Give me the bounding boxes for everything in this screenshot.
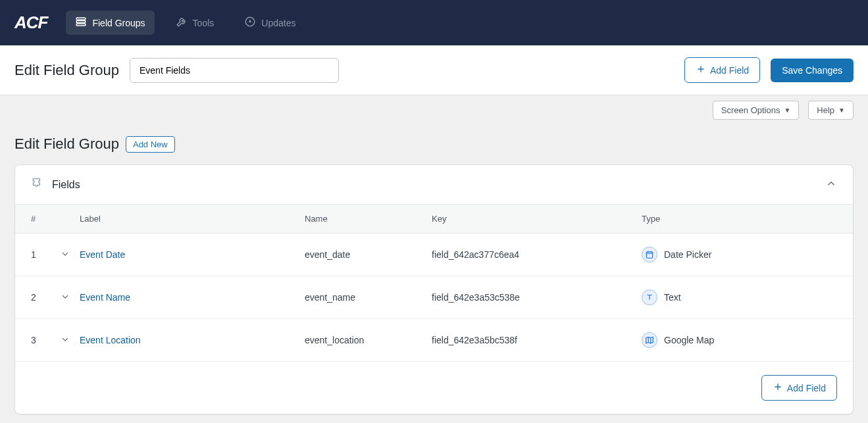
col-header-type: Type [642,214,837,224]
button-label: Screen Options [721,105,780,115]
subheader-title: Edit Field Group [14,136,119,153]
nav-item-field-groups[interactable]: Field Groups [66,11,154,35]
top-nav: ACF Field Groups Tools Updates [0,0,868,45]
col-header-name: Name [305,214,432,224]
field-type: Text [664,292,681,303]
field-type: Google Map [664,335,714,345]
svg-rect-0 [77,18,86,20]
field-label-link[interactable]: Event Name [80,292,130,303]
add-field-button-bottom[interactable]: Add Field [761,375,837,401]
nav-item-label: Field Groups [92,18,145,28]
button-label: Save Changes [782,65,842,76]
button-label: Help [817,105,834,115]
logo: ACF [14,12,47,33]
field-key: field_642e3a5bc538f [432,335,642,345]
text-icon [642,289,657,305]
expand-toggle[interactable] [60,249,80,261]
nav-items: Field Groups Tools Updates [66,11,305,35]
field-key: field_642e3a53c538e [432,292,642,303]
puzzle-icon [31,177,44,192]
field-key: field_642ac377c6ea4 [432,249,642,260]
button-label: Add Field [710,65,749,76]
field-label-link[interactable]: Event Location [80,335,141,345]
svg-rect-4 [646,252,652,258]
subheader: Edit Field Group Add New [0,120,868,164]
plus-icon [773,382,783,394]
expand-toggle[interactable] [60,334,80,347]
download-icon [244,16,256,30]
save-changes-button[interactable]: Save Changes [771,59,854,82]
table-row: 1Event Dateevent_datefield_642ac377c6ea4… [15,234,853,276]
plus-icon [696,64,706,76]
header-bar: Edit Field Group Add Field Save Changes [0,45,868,95]
table-row: 2Event Nameevent_namefield_642e3a53c538e… [15,276,853,319]
nav-item-label: Updates [261,18,295,28]
panel-header: Fields [15,165,853,205]
collapse-toggle[interactable] [825,178,837,191]
help-button[interactable]: Help ▼ [808,101,854,120]
chevron-down-icon [60,251,70,261]
svg-rect-2 [77,24,86,26]
add-field-button-top[interactable]: Add Field [684,57,760,83]
field-type: Date Picker [664,249,711,260]
fields-panel: Fields # Label Name Key Type 1Event Date… [14,164,854,414]
add-new-button[interactable]: Add New [126,136,175,153]
row-num: 1 [31,249,60,260]
row-num: 2 [31,292,60,303]
map-icon [642,332,657,348]
expand-toggle[interactable] [60,291,80,304]
chevron-down-icon [60,293,70,304]
wrench-icon [176,16,188,30]
chevron-down-icon [60,336,70,347]
nav-item-updates[interactable]: Updates [235,11,305,35]
wp-toolbar: Screen Options ▼ Help ▼ [0,95,868,120]
group-name-input[interactable] [130,58,339,83]
field-name: event_date [305,249,432,260]
table-header: # Label Name Key Type [15,205,853,234]
nav-item-tools[interactable]: Tools [166,11,224,35]
page-title: Edit Field Group [14,62,119,79]
col-header-label: Label [80,214,305,224]
row-num: 3 [31,335,60,345]
screen-options-button[interactable]: Screen Options ▼ [713,101,800,120]
caret-down-icon: ▼ [784,107,790,114]
field-label-link[interactable]: Event Date [80,249,125,260]
field-name: event_location [305,335,432,345]
svg-rect-1 [77,21,86,23]
field-name: event_name [305,292,432,303]
layers-icon [75,16,87,30]
col-header-num: # [31,214,60,224]
button-label: Add Field [787,383,826,393]
col-header-key: Key [432,214,642,224]
nav-item-label: Tools [193,18,215,28]
caret-down-icon: ▼ [838,107,845,114]
calendar-icon [642,247,657,262]
panel-title: Fields [52,179,817,191]
table-row: 3Event Locationevent_locationfield_642e3… [15,319,853,362]
panel-footer: Add Field [15,362,853,414]
